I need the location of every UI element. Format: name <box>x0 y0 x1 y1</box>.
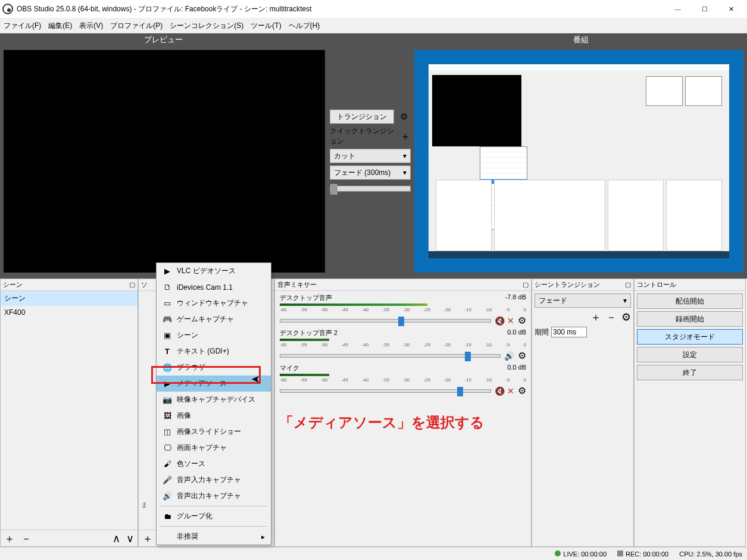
ctx-item-display-capture[interactable]: 🖵画面キャプチャ <box>157 440 271 456</box>
separator <box>160 506 267 506</box>
ctx-item-window-capture[interactable]: ▭ウィンドウキャプチャ <box>157 295 271 311</box>
add-source-icon[interactable]: ＋ <box>142 531 153 546</box>
remove-scene-icon[interactable]: － <box>21 531 32 546</box>
mic-icon: 🎤 <box>161 475 173 484</box>
transition-column: トランジション ⚙ クイックトランジション ＋ カット フェード (300ms) <box>326 33 414 277</box>
ctx-item-idevices[interactable]: 🗋iDevices Cam 1.1 <box>157 279 271 295</box>
close-button[interactable]: ✕ <box>718 0 745 18</box>
ctx-item-deprecated[interactable]: 非推奨 <box>157 528 271 545</box>
status-bar: LIVE: 00:00:00 REC: 00:00:00 CPU: 2.5%, … <box>0 547 747 560</box>
channel-gear-icon[interactable]: ⚙ <box>518 385 526 396</box>
preview-label: プレビュー <box>0 33 326 46</box>
ctx-item-scene[interactable]: ▣シーン <box>157 327 271 343</box>
status-cpu: CPU: 2.5%, 30.00 fps <box>679 550 742 558</box>
dock-popout-icon[interactable]: ▢ <box>129 281 135 289</box>
ctx-item-audio-output[interactable]: 🔊音声出力キャプチャ <box>157 488 271 504</box>
channel-gear-icon[interactable]: ⚙ <box>518 315 526 326</box>
transition-props-gear-icon[interactable]: ⚙ <box>621 311 631 324</box>
document-icon: 🗋 <box>161 283 173 292</box>
title-bar: OBS Studio 25.0.8 (64-bit, windows) - プロ… <box>0 0 747 18</box>
duration-input[interactable] <box>551 327 587 337</box>
mixer-channel: マイク0.0 dB -60-55-50-45-40-35-30-25-20-15… <box>275 361 531 396</box>
ctx-item-group[interactable]: 🖿グループ化 <box>157 508 271 524</box>
window-icon: ▭ <box>161 299 173 308</box>
separator <box>160 526 267 527</box>
tbar-slider[interactable] <box>330 186 411 192</box>
channel-name: マイク <box>280 364 299 373</box>
scene-list[interactable]: シーン XF400 <box>1 291 137 530</box>
program-panel: 番組 <box>414 33 747 277</box>
preview-canvas[interactable] <box>4 50 325 273</box>
db-scale: -60-55-50-45-40-35-30-25-20-15-10-50 <box>280 342 526 348</box>
menu-view[interactable]: 表示(V) <box>79 21 103 31</box>
minimize-button[interactable]: — <box>664 0 691 18</box>
speaker-icon[interactable]: 🔊 <box>504 351 514 361</box>
dock-popout-icon[interactable]: ▢ <box>625 281 631 289</box>
db-scale: -60-55-50-45-40-35-30-25-20-15-10-50 <box>280 377 526 383</box>
menu-edit[interactable]: 編集(E) <box>48 21 72 31</box>
scene-up-icon[interactable]: ∧ <box>112 532 120 545</box>
transition-select[interactable]: フェード <box>535 293 631 308</box>
scene-item[interactable]: シーン <box>1 291 137 306</box>
sources-title: ソ <box>141 280 148 289</box>
channel-db: 0.0 dB <box>507 364 526 373</box>
scene-transitions-title: シーントランジション <box>535 280 600 289</box>
ctx-item-audio-input[interactable]: 🎤音声入力キャプチャ <box>157 472 271 488</box>
preview-panel: プレビュー <box>0 33 326 277</box>
start-recording-button[interactable]: 録画開始 <box>637 311 743 327</box>
image-icon: 🖼 <box>161 411 173 420</box>
scene-item[interactable]: XF400 <box>1 306 137 319</box>
ctx-item-image[interactable]: 🖼画像 <box>157 408 271 424</box>
ctx-item-slideshow[interactable]: ◫画像スライドショー <box>157 424 271 440</box>
dock-popout-icon[interactable]: ▢ <box>523 281 529 289</box>
mute-icon[interactable]: 🔇 ✕ <box>495 316 514 326</box>
add-quick-transition-icon[interactable]: ＋ <box>400 129 411 143</box>
slideshow-icon: ◫ <box>161 427 173 436</box>
scene-down-icon[interactable]: ∨ <box>126 532 134 545</box>
add-source-context-menu: ▶VLC ビデオソース 🗋iDevices Cam 1.1 ▭ウィンドウキャプチ… <box>156 262 271 545</box>
transition-gear-icon[interactable]: ⚙ <box>396 110 411 124</box>
channel-gear-icon[interactable]: ⚙ <box>518 350 526 361</box>
volume-meter <box>280 374 526 376</box>
add-transition-icon[interactable]: ＋ <box>590 310 601 324</box>
channel-db: 0.0 dB <box>507 329 526 337</box>
status-live: LIVE: 00:00:00 <box>555 550 607 558</box>
ctx-item-game-capture[interactable]: 🎮ゲームキャプチャ <box>157 311 271 327</box>
db-scale: -60-55-50-45-40-35-30-25-20-15-10-50 <box>280 307 526 312</box>
studio-mode-button[interactable]: スタジオモード <box>637 329 743 345</box>
exit-button[interactable]: 終了 <box>637 365 743 380</box>
program-canvas[interactable] <box>414 50 743 273</box>
annotation-text: 「メディアソース」を選択する <box>279 413 485 432</box>
settings-button[interactable]: 設定 <box>637 347 743 362</box>
quick-transition-cut[interactable]: カット <box>330 149 411 163</box>
menu-file[interactable]: ファイル(F) <box>4 21 41 31</box>
menu-help[interactable]: ヘルプ(H) <box>289 21 320 31</box>
ctx-item-text[interactable]: Tテキスト (GDI+) <box>157 343 271 359</box>
maximize-button[interactable]: ☐ <box>691 0 718 18</box>
remove-transition-icon[interactable]: － <box>606 310 617 324</box>
folder-icon: 🖿 <box>161 512 173 521</box>
brush-icon: 🖌 <box>161 459 173 468</box>
mixer-channel: デスクトップ音声 20.0 dB -60-55-50-45-40-35-30-2… <box>275 326 531 361</box>
ctx-item-vlc[interactable]: ▶VLC ビデオソース <box>157 263 271 279</box>
live-indicator-icon <box>555 550 561 556</box>
quick-transition-fade[interactable]: フェード (300ms) <box>330 165 411 180</box>
ctx-item-color-source[interactable]: 🖌色ソース <box>157 456 271 472</box>
ctx-item-video-capture[interactable]: 📷映像キャプチャデバイス <box>157 392 271 408</box>
volume-fader[interactable] <box>280 389 491 393</box>
volume-fader[interactable] <box>280 319 491 323</box>
menu-scene-collection[interactable]: シーンコレクション(S) <box>170 21 243 31</box>
volume-fader[interactable] <box>280 354 501 358</box>
window-title: OBS Studio 25.0.8 (64-bit, windows) - プロ… <box>17 4 664 14</box>
add-scene-icon[interactable]: ＋ <box>4 531 15 546</box>
channel-name: デスクトップ音声 <box>280 293 332 302</box>
monitor-icon: 🖵 <box>161 443 173 452</box>
menu-profile[interactable]: プロファイル(P) <box>110 21 162 31</box>
start-streaming-button[interactable]: 配信開始 <box>637 293 743 309</box>
channel-db: -7.8 dB <box>505 293 526 302</box>
scene-transitions-dock: シーントランジション▢ フェード ＋ － ⚙ 期間 <box>532 279 634 547</box>
mute-icon[interactable]: 🔇 ✕ <box>495 386 514 396</box>
transition-button[interactable]: トランジション <box>330 110 394 124</box>
globe-icon: 🌐 <box>161 363 173 372</box>
menu-tools[interactable]: ツール(T) <box>251 21 281 31</box>
